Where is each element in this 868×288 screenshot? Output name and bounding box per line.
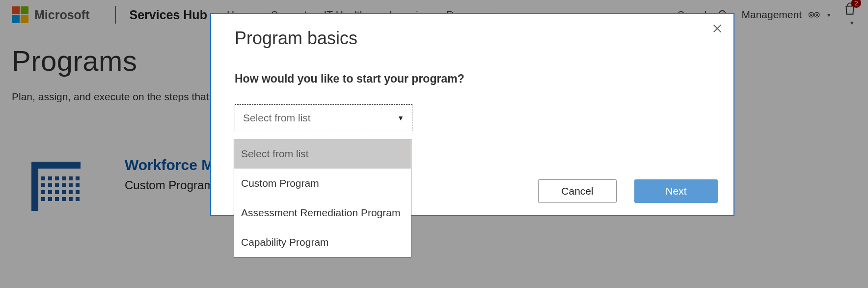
dialog-footer: Cancel Next [538,179,718,203]
cancel-label: Cancel [561,185,593,197]
select-value: Select from list [243,112,311,124]
program-start-options: Select from list Custom Program Assessme… [234,139,411,258]
dialog-title: Program basics [235,28,710,49]
caret-down-icon: ▼ [397,114,404,122]
option-assessment-remediation[interactable]: Assessment Remediation Program [234,198,411,228]
program-start-select[interactable]: Select from list ▼ [235,104,412,131]
option-label: Select from list [241,148,309,159]
option-placeholder[interactable]: Select from list [234,139,411,169]
next-label: Next [665,185,686,197]
close-button[interactable] [712,23,723,36]
option-label: Assessment Remediation Program [241,207,400,218]
cancel-button[interactable]: Cancel [538,179,617,203]
close-icon [712,27,723,35]
dialog-question: How would you like to start your program… [235,72,710,86]
option-label: Custom Program [241,177,319,189]
option-custom-program[interactable]: Custom Program [234,169,411,198]
option-capability-program[interactable]: Capability Program [234,228,411,257]
option-label: Capability Program [241,236,329,248]
next-button[interactable]: Next [634,179,718,203]
